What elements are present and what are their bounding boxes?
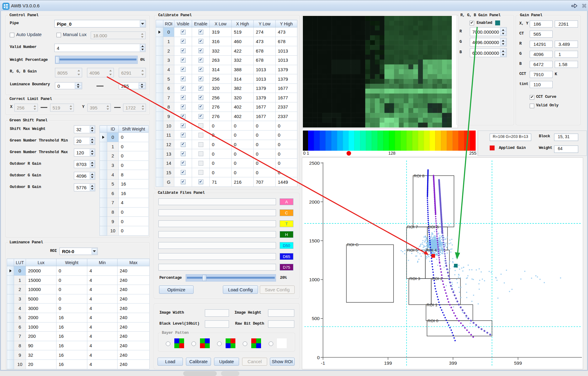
svg-text:ROI 7: ROI 7 [407,225,418,229]
svg-text:199: 199 [384,360,392,366]
svg-text:ROI 4: ROI 4 [426,248,437,253]
svg-text:ROI 8: ROI 8 [414,174,424,178]
svg-text:ROI 3: ROI 3 [409,276,420,281]
svg-text:0: 0 [317,355,320,360]
svg-text:ROI 2: ROI 2 [432,276,443,281]
svg-text:ROI 1: ROI 1 [426,303,437,307]
svg-text:2000: 2000 [309,199,320,205]
svg-text:ROI 5: ROI 5 [407,248,418,253]
svg-text:399: 399 [449,360,457,366]
svg-text:500: 500 [312,316,320,321]
svg-text:ROI 6: ROI 6 [428,225,439,229]
svg-text:-1: -1 [321,360,325,366]
svg-text:ROI G: ROI G [347,242,359,247]
svg-text:1500: 1500 [309,238,320,243]
svg-text:599: 599 [514,360,522,366]
svg-text:1000: 1000 [309,277,320,282]
svg-text:ROI 0: ROI 0 [428,319,438,323]
svg-text:2500: 2500 [309,160,320,166]
